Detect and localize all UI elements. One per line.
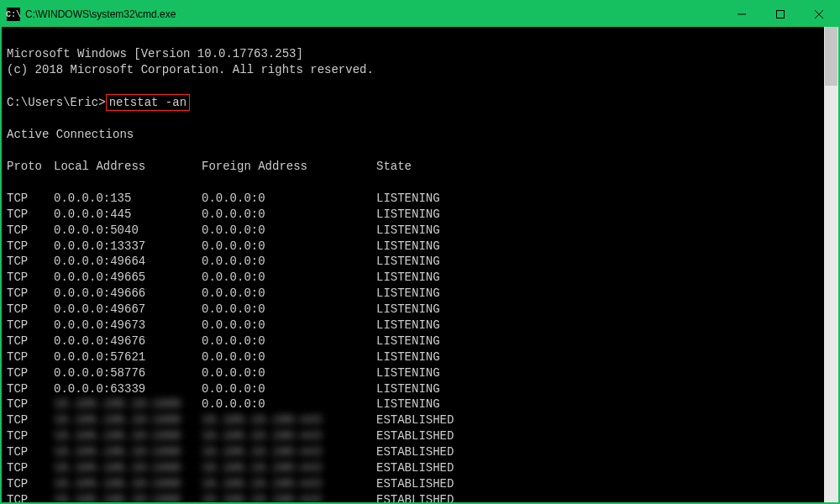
close-button[interactable] xyxy=(800,2,838,27)
table-row: TCP0.0.0.0:633390.0.0.0:0LISTENING xyxy=(7,381,819,397)
window-controls xyxy=(722,2,838,27)
cell-proto: TCP xyxy=(7,381,54,397)
terminal-output[interactable]: Microsoft Windows [Version 10.0.17763.25… xyxy=(2,27,824,502)
cell-state: LISTENING xyxy=(376,191,819,207)
cell-foreign-address: 0.0.0.0:0 xyxy=(202,333,376,349)
table-row: TCP10.100.100.10:100010.100.10.100:443ES… xyxy=(7,492,819,502)
table-row: TCP0.0.0.0:496650.0.0.0:0LISTENING xyxy=(7,270,819,286)
cell-state: LISTENING xyxy=(376,365,819,381)
minimize-button[interactable] xyxy=(722,2,761,27)
cell-local-address: 0.0.0.0:49673 xyxy=(54,318,202,333)
table-row: TCP0.0.0.0:1350.0.0.0:0LISTENING xyxy=(7,191,819,207)
table-row: TCP10.100.100.10:100010.100.10.100:443ES… xyxy=(7,444,819,460)
cell-proto: TCP xyxy=(7,349,54,365)
table-row: TCP0.0.0.0:576210.0.0.0:0LISTENING xyxy=(7,349,819,365)
cell-proto: TCP xyxy=(7,460,54,476)
cell-local-address: 0.0.0.0:5040 xyxy=(54,223,202,239)
table-row: TCP10.100.100.10:100010.100.10.100:443ES… xyxy=(7,428,819,444)
cell-foreign-address: 0.0.0.0:0 xyxy=(202,396,376,412)
table-row: TCP0.0.0.0:496660.0.0.0:0LISTENING xyxy=(7,286,819,302)
cell-foreign-address: 0.0.0.0:0 xyxy=(202,302,376,318)
table-row: TCP0.0.0.0:496640.0.0.0:0LISTENING xyxy=(7,254,819,270)
cell-proto: TCP xyxy=(7,270,54,286)
cell-foreign-address: 0.0.0.0:0 xyxy=(202,207,376,223)
cell-proto: TCP xyxy=(7,223,54,239)
cell-local-address: 10.100.100.10:1000 xyxy=(54,396,202,412)
cell-state: LISTENING xyxy=(376,381,819,397)
cell-state: LISTENING xyxy=(376,223,819,239)
table-row: TCP10.100.100.10:100010.100.10.100:443ES… xyxy=(7,476,819,492)
cell-local-address: 10.100.100.10:1000 xyxy=(54,476,202,492)
cell-state: ESTABLISHED xyxy=(376,444,819,460)
cell-local-address: 0.0.0.0:49664 xyxy=(54,254,202,270)
cell-proto: TCP xyxy=(7,207,54,223)
cell-state: ESTABLISHED xyxy=(376,492,819,502)
cell-foreign-address: 0.0.0.0:0 xyxy=(202,286,376,302)
cell-local-address: 10.100.100.10:1000 xyxy=(54,492,202,502)
cell-foreign-address: 10.100.10.100:443 xyxy=(202,412,376,428)
table-row: TCP0.0.0.0:133370.0.0.0:0LISTENING xyxy=(7,239,819,255)
cell-proto: TCP xyxy=(7,365,54,381)
cell-state: LISTENING xyxy=(376,318,819,333)
cell-state: LISTENING xyxy=(376,270,819,286)
cell-state: LISTENING xyxy=(376,349,819,365)
svg-rect-1 xyxy=(777,11,785,18)
cell-proto: TCP xyxy=(7,254,54,270)
cell-foreign-address: 0.0.0.0:0 xyxy=(202,254,376,270)
command-highlight: netstat -an xyxy=(106,94,190,112)
cell-local-address: 0.0.0.0:49676 xyxy=(54,333,202,349)
table-row: TCP0.0.0.0:4450.0.0.0:0LISTENING xyxy=(7,207,819,223)
cell-local-address: 10.100.100.10:1000 xyxy=(54,412,202,428)
cell-proto: TCP xyxy=(7,318,54,333)
cell-state: ESTABLISHED xyxy=(376,476,819,492)
cell-foreign-address: 10.100.10.100:443 xyxy=(202,444,376,460)
table-row: TCP0.0.0.0:50400.0.0.0:0LISTENING xyxy=(7,223,819,239)
table-row: TCP10.100.100.10:100010.100.10.100:443ES… xyxy=(7,460,819,476)
window-titlebar: C:\ C:\WINDOWS\system32\cmd.exe xyxy=(2,2,838,27)
cell-foreign-address: 10.100.10.100:443 xyxy=(202,492,376,502)
cell-foreign-address: 0.0.0.0:0 xyxy=(202,349,376,365)
maximize-button[interactable] xyxy=(761,2,800,27)
header-line-1: Microsoft Windows [Version 10.0.17763.25… xyxy=(7,47,303,60)
window-title: C:\WINDOWS\system32\cmd.exe xyxy=(25,8,176,20)
cell-state: LISTENING xyxy=(376,286,819,302)
cell-state: LISTENING xyxy=(376,333,819,349)
cell-proto: TCP xyxy=(7,492,54,502)
table-row: TCP0.0.0.0:496670.0.0.0:0LISTENING xyxy=(7,302,819,318)
col-header-proto: Proto xyxy=(7,159,54,175)
cell-local-address: 10.100.100.10:1000 xyxy=(54,460,202,476)
cell-local-address: 0.0.0.0:49666 xyxy=(54,286,202,302)
cell-local-address: 0.0.0.0:135 xyxy=(54,191,202,207)
vertical-scrollbar[interactable] xyxy=(824,27,838,502)
cell-proto: TCP xyxy=(7,286,54,302)
header-line-2: (c) 2018 Microsoft Corporation. All righ… xyxy=(7,63,374,76)
prompt-line: C:\Users\Eric>netstat -an xyxy=(7,96,190,109)
cell-foreign-address: 0.0.0.0:0 xyxy=(202,365,376,381)
cell-proto: TCP xyxy=(7,428,54,444)
cell-state: ESTABLISHED xyxy=(376,460,819,476)
cell-state: LISTENING xyxy=(376,254,819,270)
cell-local-address: 10.100.100.10:1000 xyxy=(54,444,202,460)
cell-foreign-address: 0.0.0.0:0 xyxy=(202,239,376,255)
cell-foreign-address: 0.0.0.0:0 xyxy=(202,191,376,207)
cell-local-address: 0.0.0.0:63339 xyxy=(54,381,202,397)
cell-state: ESTABLISHED xyxy=(376,412,819,428)
column-headers: ProtoLocal AddressForeign AddressState xyxy=(7,159,819,175)
cell-state: LISTENING xyxy=(376,207,819,223)
table-row: TCP0.0.0.0:496730.0.0.0:0LISTENING xyxy=(7,318,819,333)
table-row: TCP0.0.0.0:496760.0.0.0:0LISTENING xyxy=(7,333,819,349)
cell-local-address: 0.0.0.0:49667 xyxy=(54,302,202,318)
cell-local-address: 10.100.100.10:1000 xyxy=(54,428,202,444)
col-header-local: Local Address xyxy=(54,159,202,175)
cell-local-address: 0.0.0.0:445 xyxy=(54,207,202,223)
cell-proto: TCP xyxy=(7,239,54,255)
table-row: TCP10.100.100.10:10000.0.0.0:0LISTENING xyxy=(7,396,819,412)
col-header-foreign: Foreign Address xyxy=(202,159,376,175)
cell-proto: TCP xyxy=(7,191,54,207)
cell-state: ESTABLISHED xyxy=(376,428,819,444)
scrollbar-thumb[interactable] xyxy=(825,27,837,86)
cell-proto: TCP xyxy=(7,476,54,492)
cell-proto: TCP xyxy=(7,444,54,460)
table-row: TCP10.100.100.10:100010.100.10.100:443ES… xyxy=(7,412,819,428)
cell-local-address: 0.0.0.0:13337 xyxy=(54,239,202,255)
